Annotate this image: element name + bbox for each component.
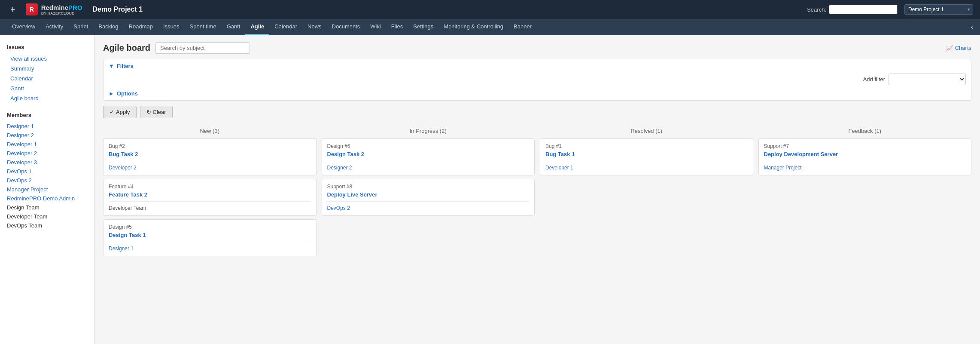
add-filter-select[interactable] xyxy=(889,74,966,85)
sidebar-links: View all issuesSummaryCalendarGanttAgile… xyxy=(0,54,94,103)
options-label: Options xyxy=(117,90,138,97)
project-selector-wrap: Demo Project 1 xyxy=(904,4,973,15)
card-assignee: Developer Team xyxy=(109,205,311,211)
nav-item-spent-time[interactable]: Spent time xyxy=(185,19,222,35)
card-assignee[interactable]: Designer 2 xyxy=(327,165,530,171)
card-assignee[interactable]: Manager Project xyxy=(764,165,966,171)
card-issue-id: Design #5 xyxy=(109,224,311,230)
board-header: Agile board 📈 Charts xyxy=(103,42,971,54)
column-header-new: New (3) xyxy=(103,125,317,138)
board-title: Agile board xyxy=(103,43,150,53)
sidebar-member-manager-project[interactable]: Manager Project xyxy=(0,185,94,194)
sidebar-member-designer-1[interactable]: Designer 1 xyxy=(0,122,94,131)
sidebar-member-developer-3[interactable]: Developer 3 xyxy=(0,158,94,167)
card-title[interactable]: Bug Task 1 xyxy=(545,151,748,161)
cards-container-in-progress: Design #6Design Task 2Designer 2Support … xyxy=(322,138,535,216)
column-header-in-progress: In Progress (2) xyxy=(322,125,535,138)
sidebar-member-devops-1[interactable]: DevOps 1 xyxy=(0,167,94,176)
sidebar-member-developer-1[interactable]: Developer 1 xyxy=(0,140,94,149)
card: Support #8Deploy Live ServerDevOps 2 xyxy=(322,179,535,216)
sidebar-member-designer-2[interactable]: Designer 2 xyxy=(0,131,94,140)
card-title[interactable]: Deploy Development Server xyxy=(764,151,966,161)
sidebar-item-agile-board[interactable]: Agile board xyxy=(0,93,94,103)
add-button[interactable]: + xyxy=(7,5,19,15)
logo-sub-text: BY HAZERCLOUD xyxy=(41,11,82,15)
board-column-feedback: Feedback (1)Support #7Deploy Development… xyxy=(758,125,972,256)
nav-item-wiki[interactable]: Wiki xyxy=(365,19,386,35)
card-title[interactable]: Deploy Live Server xyxy=(327,191,530,202)
nav-item-files[interactable]: Files xyxy=(386,19,408,35)
cards-container-feedback: Support #7Deploy Development ServerManag… xyxy=(758,138,972,175)
sidebar-item-gantt[interactable]: Gantt xyxy=(0,83,94,93)
filters-chevron-icon: ▼ xyxy=(109,63,114,69)
nav-item-news[interactable]: News xyxy=(302,19,327,35)
card-issue-id: Feature #4 xyxy=(109,184,311,190)
card-assignee[interactable]: Designer 1 xyxy=(109,246,311,252)
board-column-in-progress: In Progress (2)Design #6Design Task 2Des… xyxy=(322,125,535,256)
filters-toggle[interactable]: ▼ Filters xyxy=(109,63,966,69)
main-nav: OverviewActivitySprintBacklogRoadmapIssu… xyxy=(0,19,980,35)
card-title[interactable]: Feature Task 2 xyxy=(109,191,311,202)
members-section: Members Designer 1Designer 2Developer 1D… xyxy=(0,110,94,230)
nav-item-settings[interactable]: Settings xyxy=(408,19,438,35)
nav-item-backlog[interactable]: Backlog xyxy=(93,19,123,35)
apply-button[interactable]: ✓ Apply xyxy=(103,106,137,118)
card: Bug #1Bug Task 1Developer 1 xyxy=(540,138,753,175)
logo: R RedminePRO BY HAZERCLOUD xyxy=(26,3,82,15)
search-input[interactable] xyxy=(155,42,250,54)
charts-label: Charts xyxy=(955,45,971,51)
card-title[interactable]: Design Task 1 xyxy=(109,232,311,242)
options-chevron-icon: ► xyxy=(109,90,114,97)
clear-button[interactable]: ↻ Clear xyxy=(140,106,173,118)
cards-container-new: Bug #2Bug Task 2Developer 2Feature #4Fea… xyxy=(103,138,317,256)
card: Design #6Design Task 2Designer 2 xyxy=(322,138,535,175)
apply-check-icon: ✓ xyxy=(110,109,114,115)
sidebar-member-developer-team: Developer Team xyxy=(0,212,94,221)
card: Feature #4Feature Task 2Developer Team xyxy=(103,179,317,216)
sidebar-member-developer-2[interactable]: Developer 2 xyxy=(0,149,94,158)
nav-item-sprint[interactable]: Sprint xyxy=(68,19,93,35)
header-search-input[interactable] xyxy=(829,5,898,14)
layout: Issues View all issuesSummaryCalendarGan… xyxy=(0,35,980,344)
nav-item-calendar[interactable]: Calendar xyxy=(269,19,302,35)
header-search-area: Search: xyxy=(807,5,898,14)
nav-item-monitoring[interactable]: Monitoring & Controlling xyxy=(438,19,508,35)
sidebar-member-redminepro-demo-admin[interactable]: RedminePRO Demo Admin xyxy=(0,194,94,203)
nav-collapse-icon[interactable]: ‹ xyxy=(971,23,973,31)
options-toggle[interactable]: ► Options xyxy=(109,90,966,97)
nav-item-activity[interactable]: Activity xyxy=(40,19,68,35)
sidebar-item-calendar[interactable]: Calendar xyxy=(0,74,94,83)
nav-item-roadmap[interactable]: Roadmap xyxy=(124,19,158,35)
column-header-feedback: Feedback (1) xyxy=(758,125,972,138)
nav-item-issues[interactable]: Issues xyxy=(158,19,185,35)
project-title: Demo Project 1 xyxy=(93,6,143,13)
nav-items: OverviewActivitySprintBacklogRoadmapIssu… xyxy=(7,19,537,35)
nav-item-agile[interactable]: Agile xyxy=(245,19,269,35)
sidebar-member-devops-2[interactable]: DevOps 2 xyxy=(0,176,94,185)
sidebar-item-view-all-issues[interactable]: View all issues xyxy=(0,54,94,64)
nav-item-banner[interactable]: Banner xyxy=(508,19,537,35)
project-selector[interactable]: Demo Project 1 xyxy=(904,4,973,15)
card-assignee[interactable]: DevOps 2 xyxy=(327,205,530,211)
card-issue-id: Design #6 xyxy=(327,143,530,149)
header: + R RedminePRO BY HAZERCLOUD Demo Projec… xyxy=(0,0,980,19)
action-buttons: ✓ Apply ↻ Clear xyxy=(103,106,971,118)
main-content: Agile board 📈 Charts ▼ Filters Add filte… xyxy=(94,35,980,344)
card-assignee[interactable]: Developer 2 xyxy=(109,165,311,171)
add-filter-label: Add filter xyxy=(863,76,885,83)
nav-item-documents[interactable]: Documents xyxy=(327,19,365,35)
filters-label: Filters xyxy=(117,63,134,69)
sidebar-item-summary[interactable]: Summary xyxy=(0,64,94,74)
card-title[interactable]: Bug Task 2 xyxy=(109,151,311,161)
charts-button[interactable]: 📈 Charts xyxy=(946,45,971,51)
card-issue-id: Support #8 xyxy=(327,184,530,190)
filters-section: ▼ Filters Add filter ► Options xyxy=(103,59,971,101)
nav-item-gantt[interactable]: Gantt xyxy=(222,19,246,35)
nav-item-overview[interactable]: Overview xyxy=(7,19,40,35)
apply-label: Apply xyxy=(116,109,130,115)
card-assignee[interactable]: Developer 1 xyxy=(545,165,748,171)
search-label: Search: xyxy=(807,6,826,13)
card-title[interactable]: Design Task 2 xyxy=(327,151,530,161)
board-column-resolved: Resolved (1)Bug #1Bug Task 1Developer 1 xyxy=(540,125,753,256)
sidebar-members: Designer 1Designer 2Developer 1Developer… xyxy=(0,122,94,230)
